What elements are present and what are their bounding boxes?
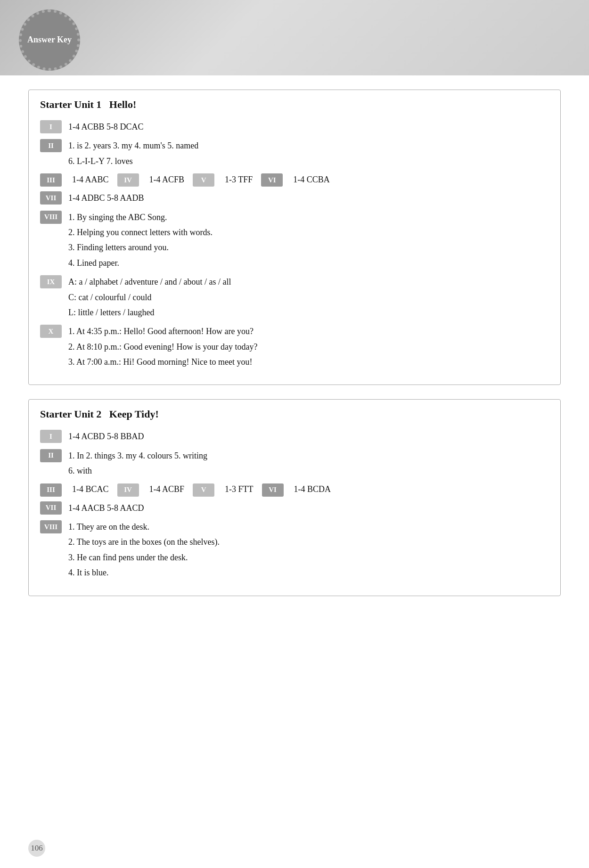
answer-text-VI: 1-4 BCDA bbox=[294, 484, 331, 494]
answer-line-VIII-0: 1. By singing the ABC Song. bbox=[68, 210, 549, 225]
answer-line-X-2: 3. At 7:00 a.m.: Hi! Good morning! Nice … bbox=[68, 354, 549, 369]
answer-text-V: 1-3 FTT bbox=[225, 484, 254, 494]
answer-line-IX-0: A: a / alphabet / adventure / and / abou… bbox=[68, 274, 549, 289]
answer-row-II: II1. is 2. years 3. my 4. mum's 5. named… bbox=[40, 138, 549, 169]
roman-badge-III: III bbox=[40, 483, 62, 497]
answer-content-X: 1. At 4:35 p.m.: Hello! Good afternoon! … bbox=[68, 324, 549, 369]
answer-text-VI: 1-4 CCBA bbox=[293, 175, 330, 185]
roman-badge-VII: VII bbox=[40, 191, 62, 205]
answer-content-VIII: 1. They are on the desk.2. The toys are … bbox=[68, 519, 549, 581]
answer-line-VIII-2: 3. He can find pens under the desk. bbox=[68, 550, 549, 565]
roman-badge-X: X bbox=[40, 325, 62, 338]
answer-row-VII: VII1-4 AACB 5-8 AACD bbox=[40, 500, 549, 516]
answer-line-VIII-0: 1. They are on the desk. bbox=[68, 519, 549, 534]
answer-line-II-0: 1. is 2. years 3. my 4. mum's 5. named bbox=[68, 138, 549, 153]
roman-badge-III: III bbox=[40, 173, 62, 187]
answer-line-VIII-3: 4. Lined paper. bbox=[68, 255, 549, 270]
answer-content-II: 1. In 2. things 3. my 4. colours 5. writ… bbox=[68, 448, 549, 479]
answer-line-X-0: 1. At 4:35 p.m.: Hello! Good afternoon! … bbox=[68, 324, 549, 339]
roman-badge-II: II bbox=[40, 449, 62, 462]
answer-line-II-1: 6. with bbox=[68, 463, 549, 478]
main-content: Starter Unit 1 Hello!I1-4 ACBB 5-8 DCACI… bbox=[0, 75, 589, 629]
unit-box-unit2: Starter Unit 2 Keep Tidy!I1-4 ACBD 5-8 B… bbox=[28, 399, 561, 596]
unit-box-unit1: Starter Unit 1 Hello!I1-4 ACBB 5-8 DCACI… bbox=[28, 90, 561, 385]
answer-row-I: I1-4 ACBD 5-8 BBAD bbox=[40, 429, 549, 444]
answer-line-IX-2: L: little / letters / laughed bbox=[68, 305, 549, 320]
answer-row-II: II1. In 2. things 3. my 4. colours 5. wr… bbox=[40, 448, 549, 479]
answer-line-VIII-1: 2. The toys are in the boxes (on the she… bbox=[68, 534, 549, 549]
answer-line-X-1: 2. At 8:10 p.m.: Good evening! How is yo… bbox=[68, 339, 549, 354]
answer-text-IV: 1-4 ACFB bbox=[149, 175, 185, 185]
roman-badge-VIII: VIII bbox=[40, 520, 62, 533]
answer-line-II-0: 1. In 2. things 3. my 4. colours 5. writ… bbox=[68, 448, 549, 463]
answer-line-VIII-3: 4. It is blue. bbox=[68, 565, 549, 580]
answer-text-IV: 1-4 ACBF bbox=[149, 484, 185, 494]
answer-key-label: Answer Key bbox=[27, 34, 72, 45]
answer-row-VII: VII1-4 ADBC 5-8 AADB bbox=[40, 190, 549, 205]
roman-group-V: V1-3 FTT bbox=[193, 483, 254, 497]
answer-row-IX: IXA: a / alphabet / adventure / and / ab… bbox=[40, 274, 549, 320]
answer-text-V: 1-3 TFF bbox=[225, 175, 253, 185]
answer-content-II: 1. is 2. years 3. my 4. mum's 5. named6.… bbox=[68, 138, 549, 169]
roman-group-III: III1-4 AABC bbox=[40, 172, 109, 187]
answer-line-VIII-1: 2. Helping you connect letters with word… bbox=[68, 225, 549, 240]
answer-line-II-1: 6. L-I-L-Y 7. loves bbox=[68, 154, 549, 169]
roman-badge-IV: IV bbox=[117, 483, 139, 497]
answer-key-circle: Answer Key bbox=[19, 9, 80, 71]
multi-roman-row: III1-4 AABCIV1-4 ACFBV1-3 TFFVI1-4 CCBA bbox=[40, 172, 549, 187]
answer-line-VIII-2: 3. Finding letters around you. bbox=[68, 240, 549, 255]
header: Answer Key bbox=[0, 0, 589, 75]
answer-line-IX-1: C: cat / colourful / could bbox=[68, 290, 549, 305]
roman-group-III: III1-4 BCAC bbox=[40, 483, 109, 497]
answer-line-VII-0: 1-4 AACB 5-8 AACD bbox=[68, 500, 549, 516]
roman-badge-II: II bbox=[40, 139, 62, 152]
answer-content-IX: A: a / alphabet / adventure / and / abou… bbox=[68, 274, 549, 320]
roman-group-VI: VI1-4 BCDA bbox=[262, 483, 331, 497]
multi-roman-row: III1-4 BCACIV1-4 ACBFV1-3 FTTVI1-4 BCDA bbox=[40, 483, 549, 497]
roman-badge-V: V bbox=[193, 173, 214, 187]
roman-group-VI: VI1-4 CCBA bbox=[261, 172, 330, 187]
roman-badge-VI: VI bbox=[261, 173, 283, 187]
answer-content-I: 1-4 ACBB 5-8 DCAC bbox=[68, 119, 549, 134]
roman-badge-I: I bbox=[40, 430, 62, 443]
unit-title-unit2: Starter Unit 2 Keep Tidy! bbox=[40, 408, 549, 420]
answer-content-VII: 1-4 AACB 5-8 AACD bbox=[68, 500, 549, 516]
roman-badge-IX: IX bbox=[40, 275, 62, 288]
unit-title-unit1: Starter Unit 1 Hello! bbox=[40, 98, 549, 111]
roman-group-IV: IV1-4 ACBF bbox=[117, 483, 185, 497]
roman-group-IV: IV1-4 ACFB bbox=[117, 172, 185, 187]
page-number: 106 bbox=[28, 840, 45, 857]
roman-group-V: V1-3 TFF bbox=[193, 172, 253, 187]
roman-badge-V: V bbox=[193, 483, 214, 497]
roman-badge-VIII: VIII bbox=[40, 211, 62, 224]
answer-row-VIII: VIII1. They are on the desk.2. The toys … bbox=[40, 519, 549, 581]
roman-badge-VI: VI bbox=[262, 483, 284, 497]
answer-row-I: I1-4 ACBB 5-8 DCAC bbox=[40, 119, 549, 134]
answer-content-VII: 1-4 ADBC 5-8 AADB bbox=[68, 190, 549, 205]
answer-row-VIII: VIII1. By singing the ABC Song.2. Helpin… bbox=[40, 210, 549, 271]
answer-content-I: 1-4 ACBD 5-8 BBAD bbox=[68, 429, 549, 444]
answer-row-X: X1. At 4:35 p.m.: Hello! Good afternoon!… bbox=[40, 324, 549, 369]
answer-line-I-0: 1-4 ACBD 5-8 BBAD bbox=[68, 429, 549, 444]
answer-text-III: 1-4 AABC bbox=[72, 175, 109, 185]
roman-badge-IV: IV bbox=[117, 173, 139, 187]
answer-line-I-0: 1-4 ACBB 5-8 DCAC bbox=[68, 119, 549, 134]
roman-badge-I: I bbox=[40, 120, 62, 133]
roman-badge-VII: VII bbox=[40, 501, 62, 515]
answer-text-III: 1-4 BCAC bbox=[72, 484, 109, 494]
answer-content-VIII: 1. By singing the ABC Song.2. Helping yo… bbox=[68, 210, 549, 271]
answer-line-VII-0: 1-4 ADBC 5-8 AADB bbox=[68, 190, 549, 205]
